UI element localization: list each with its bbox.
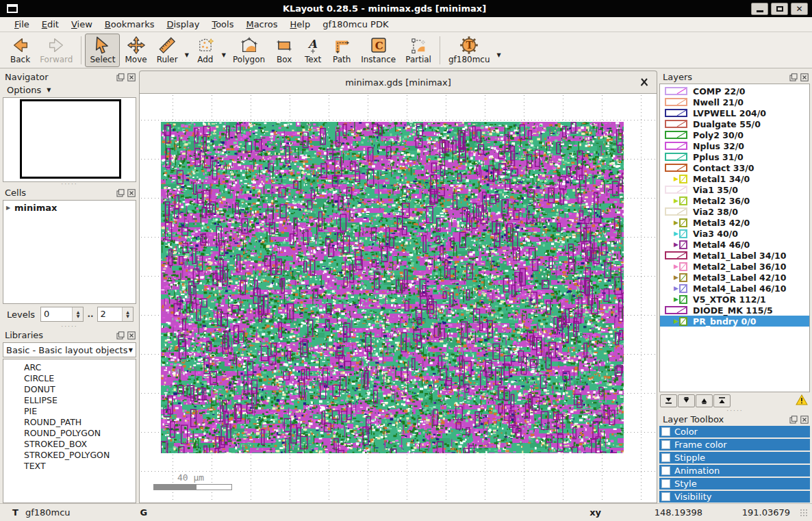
layer-style-swatch[interactable]: [665, 251, 687, 259]
layer-row-pplus[interactable]: Pplus 31/0: [660, 151, 809, 162]
layer-style-swatch[interactable]: [665, 306, 687, 314]
layers-close-icon[interactable]: [800, 73, 809, 81]
layer-row-metal3[interactable]: ▶Metal3 42/0: [660, 217, 809, 228]
library-item-donut[interactable]: DONUT: [3, 384, 136, 395]
box-tool-button[interactable]: Box: [270, 34, 299, 67]
layer-style-swatch[interactable]: [665, 153, 687, 161]
move-tool-button[interactable]: Move: [120, 34, 151, 67]
menu-item-file[interactable]: File: [8, 18, 36, 31]
minimize-button[interactable]: [751, 3, 768, 15]
layer-style-swatch[interactable]: [679, 240, 687, 249]
cell-tree-item[interactable]: ▶minimax: [6, 203, 136, 213]
toolbox-checkbox[interactable]: [661, 466, 670, 475]
layer-row-poly2[interactable]: Poly2 30/0: [660, 129, 809, 140]
spinner-arrows-icon[interactable]: ▲▼: [122, 307, 133, 321]
layer-style-swatch[interactable]: [665, 131, 687, 139]
layer-move-up-button[interactable]: [696, 394, 713, 407]
expander-icon[interactable]: ▶: [6, 205, 14, 211]
layer-style-swatch[interactable]: [679, 196, 687, 205]
menu-item-bookmarks[interactable]: Bookmarks: [99, 18, 161, 31]
back-tool-button[interactable]: Back: [5, 34, 35, 67]
layer-row-v5_xtor[interactable]: ▶V5_XTOR 112/1: [660, 294, 809, 305]
layer-row-metal3_label[interactable]: ▶Metal3_Label 42/10: [660, 272, 809, 283]
layers-float-icon[interactable]: [789, 73, 798, 81]
toolbox-section-color[interactable]: Color: [659, 426, 810, 437]
navigator-close-icon[interactable]: [127, 73, 136, 81]
toolbox-section-style[interactable]: Style: [659, 478, 810, 490]
layer-style-swatch[interactable]: [665, 120, 687, 128]
layer-row-nwell[interactable]: Nwell 21/0: [660, 97, 809, 107]
path-tool-button[interactable]: Path: [327, 34, 356, 67]
navigator-options-dropdown[interactable]: Options ▼: [1, 84, 138, 97]
select-tool-button[interactable]: Select: [85, 34, 120, 67]
gf180mcu-tool-button[interactable]: Tgf180mcu: [444, 34, 495, 67]
library-item-circle[interactable]: CIRCLE: [3, 373, 136, 384]
library-item-text[interactable]: TEXT: [3, 461, 136, 472]
layer-style-swatch[interactable]: [665, 87, 687, 95]
layout-canvas-area[interactable]: 40 µm: [139, 93, 657, 503]
forward-tool-button[interactable]: Forward: [35, 34, 77, 67]
layer-style-swatch[interactable]: [665, 186, 687, 194]
dropdown-arrow-icon[interactable]: ▼: [183, 52, 191, 58]
layer-row-metal2_label[interactable]: ▶Metal2_Label 36/10: [660, 261, 809, 272]
polygon-tool-button[interactable]: Polygon: [228, 34, 270, 67]
layer-row-via3[interactable]: ▶Via3 40/0: [660, 228, 809, 239]
library-item-round_polygon[interactable]: ROUND_POLYGON: [3, 428, 136, 439]
menu-item-gf180mcu-pdk[interactable]: gf180mcu PDK: [316, 18, 394, 31]
dropdown-arrow-icon[interactable]: ▼: [495, 52, 503, 58]
layout-tab-title[interactable]: minimax.gds [minimax]: [157, 77, 639, 88]
layer-row-nplus[interactable]: Nplus 32/0: [660, 140, 809, 151]
libraries-float-icon[interactable]: [116, 331, 125, 340]
levels-to-spinner[interactable]: 2 ▲▼: [97, 307, 134, 322]
toolbox-section-stipple[interactable]: Stipple: [659, 452, 810, 463]
layer-row-comp[interactable]: COMP 22/0: [660, 86, 809, 97]
libraries-close-icon[interactable]: [127, 331, 136, 340]
dropdown-arrow-icon[interactable]: ▼: [220, 52, 228, 58]
layer-style-swatch[interactable]: [665, 164, 687, 172]
layer-style-swatch[interactable]: [665, 207, 687, 216]
levels-from-spinner[interactable]: 0 ▲▼: [40, 307, 84, 322]
menu-item-help[interactable]: Help: [284, 18, 317, 31]
resize-grip[interactable]: [800, 509, 808, 517]
layer-style-swatch[interactable]: [679, 317, 687, 326]
spinner-arrows-icon[interactable]: ▲▼: [72, 307, 83, 321]
menu-item-display[interactable]: Display: [160, 18, 205, 31]
toolbox-section-frame-color[interactable]: Frame color: [659, 439, 810, 450]
layer-move-down-button[interactable]: [678, 394, 695, 407]
layer-row-metal1[interactable]: ▶Metal1 34/0: [660, 173, 809, 184]
layer-style-swatch[interactable]: [679, 284, 687, 293]
layer-toolbox-close-icon[interactable]: [800, 415, 809, 424]
layer-row-metal2[interactable]: ▶Metal2 36/0: [660, 195, 809, 206]
navigator-preview[interactable]: [3, 97, 136, 182]
library-item-pie[interactable]: PIE: [3, 406, 136, 417]
cells-close-icon[interactable]: [127, 188, 136, 197]
layer-style-swatch[interactable]: [679, 218, 687, 227]
menu-item-macros[interactable]: Macros: [240, 18, 283, 31]
layer-style-swatch[interactable]: [679, 262, 687, 271]
layer-row-diode_mk[interactable]: DIODE_MK 115/5: [660, 305, 809, 316]
toolbox-checkbox[interactable]: [661, 427, 670, 436]
layer-style-swatch[interactable]: [679, 295, 687, 304]
layer-move-down-bottom-button[interactable]: [660, 394, 677, 407]
library-item-arc[interactable]: ARC: [3, 362, 136, 373]
layer-style-swatch[interactable]: [665, 142, 687, 150]
layer-style-swatch[interactable]: [665, 109, 687, 117]
menu-item-edit[interactable]: Edit: [36, 18, 65, 31]
layer-row-contact[interactable]: Contact 33/0: [660, 162, 809, 173]
library-item-stroked_polygon[interactable]: STROKED_POLYGON: [3, 450, 136, 461]
library-item-ellipse[interactable]: ELLIPSE: [3, 395, 136, 406]
layer-row-pr_bndry[interactable]: ▶PR_bndry 0/0: [660, 316, 809, 327]
partial-tool-button[interactable]: Partial: [401, 34, 436, 67]
library-item-stroked_box[interactable]: STROKED_BOX: [3, 439, 136, 450]
layer-row-metal4[interactable]: ▶Metal4 46/0: [660, 239, 809, 250]
layer-row-dualgate[interactable]: Dualgate 55/0: [660, 118, 809, 129]
layer-row-via2[interactable]: Via2 38/0: [660, 206, 809, 217]
tab-close-icon[interactable]: [639, 77, 650, 88]
instance-tool-button[interactable]: CInstance: [356, 34, 401, 67]
navigator-float-icon[interactable]: [116, 73, 125, 81]
toolbox-section-animation[interactable]: Animation: [659, 465, 810, 476]
cells-float-icon[interactable]: [116, 188, 125, 197]
warning-icon[interactable]: [796, 394, 808, 407]
library-select[interactable]: Basic - Basic layout objects ▼: [3, 342, 136, 357]
toolbox-checkbox[interactable]: [661, 492, 670, 501]
